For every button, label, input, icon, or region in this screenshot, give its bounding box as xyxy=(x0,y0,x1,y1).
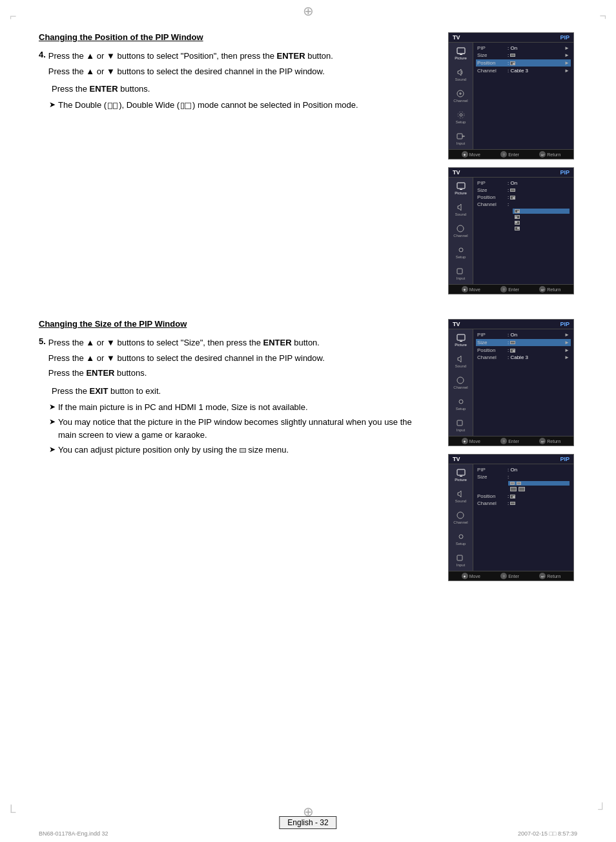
sidebar-picture-1[interactable]: Picture xyxy=(453,45,468,61)
sidebar-sound-label-1: Sound xyxy=(455,77,466,81)
tv-panel4-sidebar: Picture Sound Channel xyxy=(449,464,473,571)
tv-p1-size-value: : xyxy=(506,52,564,58)
move-icon-p2: ✦ xyxy=(462,286,468,293)
svg-rect-13 xyxy=(460,341,462,342)
tv-p4-size-label: Size xyxy=(477,474,506,480)
tv-p1-pip-value: : On xyxy=(506,45,564,51)
tv-p3-position-label: Position xyxy=(477,347,506,353)
step4-number: 4. xyxy=(39,50,46,59)
sidebar-input-4[interactable]: Input xyxy=(455,552,467,568)
sidebar-input-label-4: Input xyxy=(457,563,465,567)
move-icon-p3: ✦ xyxy=(462,438,468,444)
svg-rect-6 xyxy=(457,134,462,139)
svg-rect-12 xyxy=(457,334,465,340)
section2-title: Changing the Size of the PIP Window xyxy=(39,319,429,329)
sidebar-setup-4[interactable]: Setup xyxy=(455,531,467,547)
return-label-p3: Return xyxy=(547,439,560,444)
step5-notes: ➤ If the main picture is in PC and HDMI … xyxy=(39,401,429,457)
tv-p1-pip-arrow: ► xyxy=(564,45,570,51)
step4-press-enter: Press the ENTER buttons. xyxy=(52,84,429,94)
size-dropdown xyxy=(508,481,570,492)
channel-icon-1 xyxy=(456,89,465,98)
section2-area: Changing the Size of the PIP Window 5. P… xyxy=(39,319,577,586)
sidebar-input-2[interactable]: Input xyxy=(455,265,467,282)
step5-block: 5. Press the ▲ or ▼ buttons to select "S… xyxy=(39,336,429,457)
sidebar-setup-3[interactable]: Setup xyxy=(455,396,467,412)
tv-p1-enter: ○ Enter xyxy=(500,151,519,158)
move-label-p4: Move xyxy=(469,574,480,579)
picture-icon-3 xyxy=(457,333,466,342)
tv-p4-enter: ○ Enter xyxy=(500,573,519,579)
tv-p1-move: ✦ Move xyxy=(462,151,480,158)
sidebar-channel-4[interactable]: Channel xyxy=(452,509,469,526)
tv-p1-size-label: Size xyxy=(477,52,506,58)
tv-p3-size-value: : xyxy=(506,340,564,345)
step5-press-exit: Press the EXIT button to exit. xyxy=(52,386,429,396)
setup-icon-2 xyxy=(457,245,466,254)
tv-p2-row-size: Size : xyxy=(477,187,570,193)
sidebar-channel-1[interactable]: Channel xyxy=(452,88,469,104)
tv-p3-pip-label: PIP xyxy=(477,332,506,338)
tv-panel4-body: Picture Sound Channel xyxy=(449,464,573,571)
sidebar-picture-2[interactable]: Picture xyxy=(453,180,468,196)
note-content-1: If the main picture is in PC and HDMI 1 … xyxy=(58,401,308,414)
tv-panel3-footer: ✦ Move ○ Enter ↩ Return xyxy=(449,436,573,446)
sidebar-picture-label-2: Picture xyxy=(455,191,467,195)
note-content: The Double (), Double Wide () mode canno… xyxy=(58,99,358,112)
sidebar-setup-2[interactable]: Setup xyxy=(455,244,467,260)
svg-rect-16 xyxy=(457,420,462,426)
tv-panel-1: TV PIP Picture Sound xyxy=(448,32,574,159)
sidebar-setup-1[interactable]: Setup xyxy=(455,109,467,125)
tv-p1-pip-label: PIP xyxy=(477,45,506,51)
tv-p4-return: ↩ Return xyxy=(539,573,560,579)
step4-content: Press the ▲ or ▼ buttons to select "Posi… xyxy=(48,50,429,80)
size-option-md xyxy=(508,486,570,492)
section2-text: Changing the Size of the PIP Window 5. P… xyxy=(39,319,435,586)
sidebar-picture-3[interactable]: Picture xyxy=(453,332,468,348)
tv-p3-size-arrow: ► xyxy=(564,340,570,345)
sidebar-input-1[interactable]: Input xyxy=(455,130,467,147)
sidebar-sound-label-4: Sound xyxy=(455,499,466,503)
return-icon-p1: ↩ xyxy=(539,151,546,158)
return-label-p2: Return xyxy=(547,287,560,292)
tv-p3-size-label: Size xyxy=(477,340,506,345)
move-label-p1: Move xyxy=(469,152,480,157)
tv-panel3-sidebar: Picture Sound Channel xyxy=(449,329,473,436)
tv-p4-position-value: : xyxy=(506,493,570,499)
sidebar-sound-3[interactable]: Sound xyxy=(454,353,467,369)
tv-p3-position-value: : xyxy=(506,347,564,353)
tv-p1-channel-value: : Cable 3 xyxy=(506,68,564,74)
tv-p1-channel-label: Channel xyxy=(477,68,506,74)
tv-panel2-header: TV PIP xyxy=(449,168,573,178)
step4-line1: Press the ▲ or ▼ buttons to select "Posi… xyxy=(48,50,429,63)
tv-panel-3: TV PIP Picture Sound xyxy=(448,319,574,446)
input-icon-3 xyxy=(457,418,466,427)
tv-p3-row-pip: PIP : On ► xyxy=(477,332,570,338)
tv-p2-pip-value: : On xyxy=(506,180,570,186)
step4-line: 4. Press the ▲ or ▼ buttons to select "P… xyxy=(39,50,429,80)
tv-p1-row-channel: Channel : Cable 3 ► xyxy=(477,68,570,74)
tv-p2-channel-label: Channel xyxy=(477,201,506,207)
tv-panel2-header-right: PIP xyxy=(560,169,570,176)
move-label-p2: Move xyxy=(469,287,480,292)
sidebar-picture-4[interactable]: Picture xyxy=(453,467,468,483)
tv-panel2-header-left: TV xyxy=(453,169,460,176)
tv-p4-row-channel: Channel : xyxy=(477,500,570,506)
corner-mark-br: ┘ xyxy=(598,803,606,816)
sidebar-setup-label-1: Setup xyxy=(456,120,466,124)
tv-p4-pip-label: PIP xyxy=(477,467,506,473)
picture-icon-1 xyxy=(457,46,466,56)
step4-block: 4. Press the ▲ or ▼ buttons to select "P… xyxy=(39,50,429,112)
tv-p4-position-label: Position xyxy=(477,493,506,499)
sidebar-sound-2[interactable]: Sound xyxy=(454,201,467,218)
sidebar-input-3[interactable]: Input xyxy=(455,417,467,433)
sidebar-sound-4[interactable]: Sound xyxy=(454,488,467,504)
tv-p2-size-label: Size xyxy=(477,187,506,193)
sidebar-channel-3[interactable]: Channel xyxy=(452,375,469,391)
double-wide-icon xyxy=(181,103,191,109)
tv-p3-row-position: Position : ► xyxy=(477,347,570,353)
sidebar-picture-label-1: Picture xyxy=(455,56,467,60)
sidebar-sound-1[interactable]: Sound xyxy=(454,67,467,83)
tv-p3-move: ✦ Move xyxy=(462,438,480,444)
sidebar-channel-2[interactable]: Channel xyxy=(452,223,469,239)
